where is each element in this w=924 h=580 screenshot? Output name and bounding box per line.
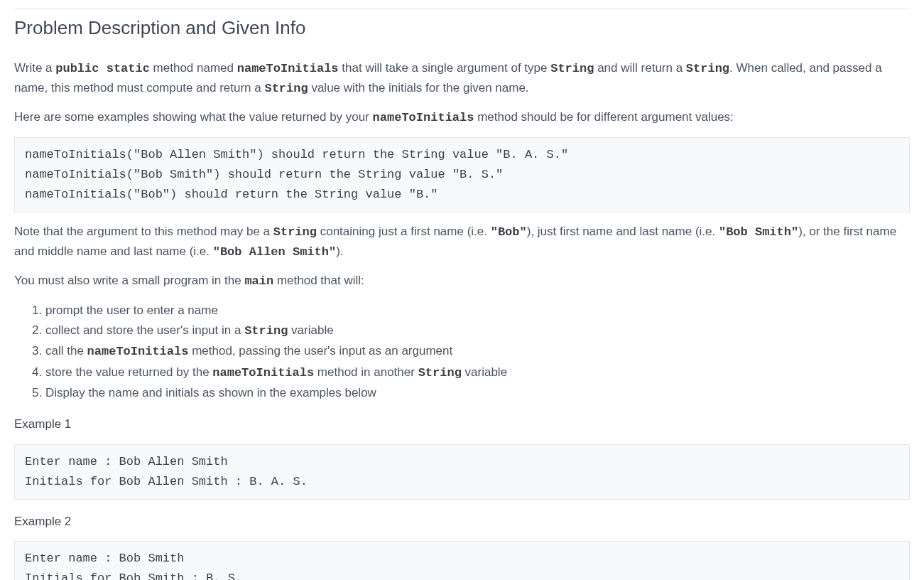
text: that will take a single argument of type xyxy=(339,61,551,75)
text: ), just first name and last name (i.e. xyxy=(527,225,719,238)
list-item: call the nameToInitials method, passing … xyxy=(45,342,910,361)
example-2-label: Example 2 xyxy=(14,512,910,531)
examples-lead: Here are some examples showing what the … xyxy=(14,108,910,127)
text: method that will: xyxy=(273,274,364,287)
example-1-block: Enter name : Bob Allen Smith Initials fo… xyxy=(14,444,910,500)
text: Write a xyxy=(14,61,55,75)
example-2-block: Enter name : Bob Smith Initials for Bob … xyxy=(14,541,910,580)
code-literal: "Bob Smith" xyxy=(719,225,798,239)
text: Here are some examples showing what the … xyxy=(14,110,373,124)
text: method should be for different argument … xyxy=(474,110,733,124)
list-item: store the value returned by the nameToIn… xyxy=(45,363,910,382)
text: collect and store the user's input in a xyxy=(45,323,244,337)
code-block-examples: nameToInitials("Bob Allen Smith") should… xyxy=(14,137,910,213)
text: call the xyxy=(45,344,87,358)
steps-list: prompt the user to enter a name collect … xyxy=(14,301,910,403)
code-type-string: String xyxy=(273,225,317,239)
code-method-name: nameToInitials xyxy=(237,62,339,75)
code-type-string: String xyxy=(264,82,308,95)
code-method-name: nameToInitials xyxy=(373,111,474,124)
text: method in another xyxy=(314,365,418,379)
text: prompt the user to enter a name xyxy=(45,304,218,317)
code-method-name: nameToInitials xyxy=(87,345,189,358)
text: and will return a xyxy=(594,61,685,75)
code-method-name: nameToInitials xyxy=(212,366,314,380)
code-type-string: String xyxy=(418,366,462,380)
intro-paragraph: Write a public static method named nameT… xyxy=(14,59,910,98)
main-requirement: You must also write a small program in t… xyxy=(14,272,910,291)
code-public-static: public static xyxy=(55,62,150,75)
text: You must also write a small program in t… xyxy=(14,274,244,287)
code-type-string: String xyxy=(244,324,288,338)
list-item: collect and store the user's input in a … xyxy=(45,321,910,340)
code-literal: "Bob Allen Smith" xyxy=(213,245,336,259)
list-item: Display the name and initials as shown i… xyxy=(45,384,910,402)
text: method, passing the user's input as an a… xyxy=(188,344,452,358)
code-main: main xyxy=(244,274,273,288)
text: method named xyxy=(150,61,237,75)
code-type-string: String xyxy=(686,62,729,75)
text: store the value returned by the xyxy=(45,365,212,379)
example-1-label: Example 1 xyxy=(14,415,910,434)
text: variable xyxy=(288,323,333,337)
text: Note that the argument to this method ma… xyxy=(14,225,273,238)
code-literal: "Bob" xyxy=(491,225,527,239)
code-type-string: String xyxy=(550,62,594,75)
list-item: prompt the user to enter a name xyxy=(45,301,910,320)
note-paragraph: Note that the argument to this method ma… xyxy=(14,222,910,262)
section-title: Problem Description and Given Info xyxy=(14,9,910,42)
text: containing just a first name (i.e. xyxy=(317,225,491,238)
text: Display the name and initials as shown i… xyxy=(45,386,376,399)
text: variable xyxy=(462,365,507,379)
text: ). xyxy=(336,245,343,258)
text: value with the initials for the given na… xyxy=(308,81,529,95)
